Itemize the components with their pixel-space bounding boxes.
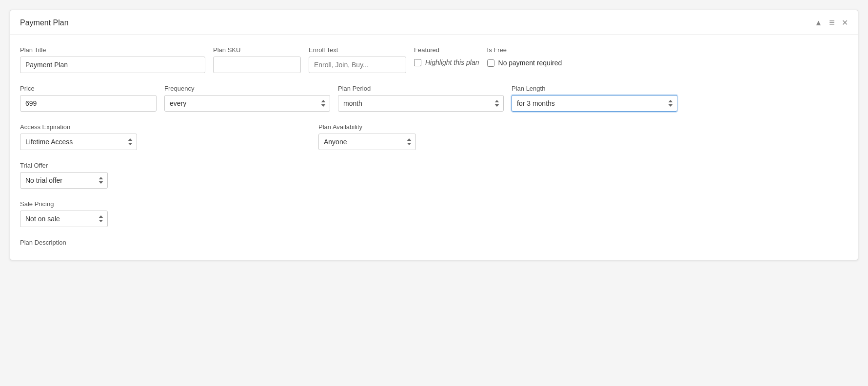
enroll-text-input[interactable] (309, 57, 406, 73)
featured-checkbox-label: Highlight this plan (425, 58, 479, 66)
row-2: Price Frequency every every other every … (20, 85, 848, 112)
plan-length-select[interactable]: ongoing for 1 month for 2 months for 3 m… (512, 95, 677, 112)
close-icon[interactable]: ✕ (842, 18, 848, 27)
plan-sku-label: Plan SKU (213, 46, 301, 54)
panel-header: Payment Plan ▲ ≡ ✕ (10, 10, 858, 35)
row-1: Plan Title Plan SKU Enroll Text Featured… (20, 46, 848, 73)
featured-checkbox-row: Highlight this plan (414, 58, 479, 66)
is-free-checkbox-row: No payment required (487, 58, 562, 67)
plan-availability-group: Plan Availability Anyone Members Only No… (318, 123, 416, 150)
price-label: Price (20, 85, 157, 92)
row-3: Access Expiration Lifetime Access Fixed … (20, 123, 848, 150)
frequency-label: Frequency (164, 85, 330, 92)
trial-offer-group: Trial Offer No trial offer Free Trial Pa… (20, 162, 108, 189)
plan-availability-label: Plan Availability (318, 123, 416, 131)
frequency-select[interactable]: every every other every 3rd (164, 95, 330, 112)
plan-sku-group: Plan SKU (213, 46, 301, 73)
panel-body: Plan Title Plan SKU Enroll Text Featured… (10, 35, 858, 260)
frequency-group: Frequency every every other every 3rd (164, 85, 330, 112)
panel-title: Payment Plan (20, 19, 69, 27)
plan-title-input[interactable] (20, 57, 205, 73)
is-free-label: Is Free (487, 46, 562, 54)
sale-pricing-select[interactable]: Not on sale On sale (20, 211, 108, 227)
trial-offer-label: Trial Offer (20, 162, 108, 169)
is-free-checkbox[interactable] (487, 59, 494, 67)
price-group: Price (20, 85, 157, 112)
plan-title-group: Plan Title (20, 46, 205, 73)
plan-availability-select[interactable]: Anyone Members Only Non-Members Only (318, 134, 416, 150)
price-input[interactable] (20, 95, 157, 112)
plan-length-group: Plan Length ongoing for 1 month for 2 mo… (512, 85, 677, 112)
access-expiration-group: Access Expiration Lifetime Access Fixed … (20, 123, 137, 150)
is-free-group: Is Free No payment required (487, 46, 562, 67)
access-expiration-select[interactable]: Lifetime Access Fixed Date Limited Perio… (20, 134, 137, 150)
panel-header-actions: ▲ ≡ ✕ (814, 17, 848, 28)
plan-length-label: Plan Length (512, 85, 677, 92)
plan-sku-input[interactable] (213, 57, 301, 73)
row-5: Sale Pricing Not on sale On sale (20, 200, 848, 227)
plan-period-select[interactable]: day week month year (338, 95, 504, 112)
plan-description-group: Plan Description (20, 239, 66, 250)
row-4: Trial Offer No trial offer Free Trial Pa… (20, 162, 848, 189)
collapse-icon[interactable]: ▲ (814, 19, 822, 27)
featured-group: Featured Highlight this plan (414, 46, 479, 66)
menu-icon[interactable]: ≡ (829, 17, 835, 28)
is-free-checkbox-label: No payment required (498, 58, 562, 67)
plan-period-label: Plan Period (338, 85, 504, 92)
trial-offer-select[interactable]: No trial offer Free Trial Paid Trial (20, 172, 108, 189)
enroll-text-group: Enroll Text (309, 46, 406, 73)
enroll-text-label: Enroll Text (309, 46, 406, 54)
plan-period-group: Plan Period day week month year (338, 85, 504, 112)
access-expiration-label: Access Expiration (20, 123, 137, 131)
plan-title-label: Plan Title (20, 46, 205, 54)
featured-label: Featured (414, 46, 479, 54)
sale-pricing-label: Sale Pricing (20, 200, 108, 208)
payment-plan-panel: Payment Plan ▲ ≡ ✕ Plan Title Plan SKU E… (10, 10, 858, 260)
sale-pricing-group: Sale Pricing Not on sale On sale (20, 200, 108, 227)
plan-description-label: Plan Description (20, 239, 66, 246)
row-6: Plan Description (20, 239, 848, 250)
featured-checkbox[interactable] (414, 59, 421, 66)
